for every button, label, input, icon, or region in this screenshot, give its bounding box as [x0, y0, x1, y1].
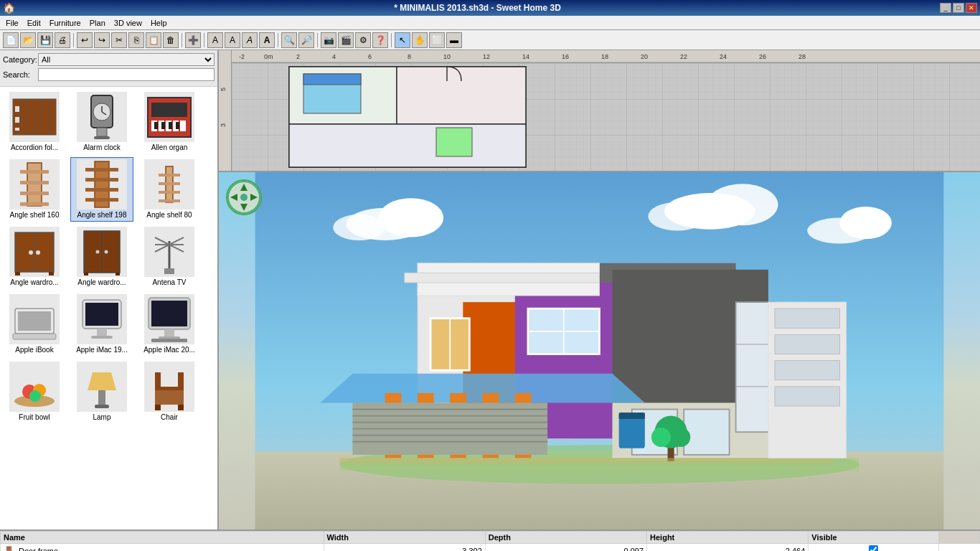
- copy-button[interactable]: ⎘: [128, 32, 144, 48]
- zoom-in-button[interactable]: 🔍: [281, 32, 297, 48]
- undo-button[interactable]: ↩: [77, 32, 93, 48]
- navigation-control[interactable]: [226, 179, 262, 215]
- furniture-item-organ[interactable]: Allen organ: [138, 90, 201, 154]
- furniture-item-chair[interactable]: Chair: [138, 359, 201, 424]
- ruler-vertical: 5 3: [219, 50, 232, 171]
- menu-furniture[interactable]: Furniture: [45, 17, 85, 29]
- main-layout: Category: All Search:: [0, 50, 980, 529]
- furniture-item-clock[interactable]: Alarm clock: [70, 90, 133, 154]
- floorplan-canvas[interactable]: [232, 63, 980, 171]
- svg-point-120: [379, 198, 444, 237]
- delete-button[interactable]: 🗑: [163, 32, 179, 48]
- wardrobe1-label: Angle wardro...: [10, 278, 58, 287]
- furniture-item-wardrobe1[interactable]: Angle wardro...: [3, 225, 66, 289]
- zoom-out-button[interactable]: 🔎: [298, 32, 314, 48]
- svg-rect-59: [18, 311, 51, 331]
- svg-rect-107: [289, 124, 526, 167]
- print-button[interactable]: 🖨: [55, 32, 70, 48]
- save-button[interactable]: 💾: [37, 32, 53, 48]
- titlebar: 🏠 * MINIMALIS 2013.sh3d - Sweet Home 3D …: [0, 0, 980, 16]
- add-furniture-button[interactable]: ➕: [185, 32, 201, 48]
- row-visible-0[interactable]: [809, 544, 938, 552]
- floorplan[interactable]: -2 0m 2 4 6 8 10 12 14 16 18 20 22 24 26…: [219, 50, 980, 172]
- visible-checkbox-0[interactable]: [869, 545, 878, 551]
- 3d-view[interactable]: [219, 172, 980, 529]
- furniture-item-fruit[interactable]: Fruit bowl: [3, 359, 66, 424]
- select-tool[interactable]: ↖: [395, 32, 410, 48]
- wall-tool[interactable]: ▬: [446, 32, 462, 48]
- minimize-button[interactable]: _: [940, 3, 951, 13]
- menu-edit[interactable]: Edit: [23, 17, 45, 29]
- redo-button[interactable]: ↪: [94, 32, 110, 48]
- svg-rect-46: [49, 272, 54, 276]
- svg-text:3: 3: [220, 123, 227, 127]
- organ-icon: [144, 92, 194, 142]
- accordion-icon: [9, 92, 60, 142]
- new-button[interactable]: 📄: [3, 32, 19, 48]
- text-A2[interactable]: A: [225, 32, 240, 48]
- furniture-item-shelf80[interactable]: Angle shelf 80: [138, 157, 201, 222]
- photo-button[interactable]: 📷: [321, 32, 336, 48]
- furniture-item-antenna[interactable]: Antena TV: [138, 225, 201, 289]
- table-row[interactable]: 🚪 Door frame 3.302 0.097 2.464: [1, 544, 980, 552]
- maximize-button[interactable]: □: [953, 3, 964, 13]
- menu-3dview[interactable]: 3D view: [110, 17, 146, 29]
- furniture-item-lamp[interactable]: Lamp: [70, 359, 133, 424]
- preferences-button[interactable]: ⚙: [355, 32, 371, 48]
- furniture-item-shelf160[interactable]: Angle shelf 160: [3, 157, 66, 222]
- svg-text:5: 5: [220, 88, 227, 91]
- svg-text:4: 4: [332, 53, 336, 60]
- pan-tool[interactable]: ✋: [412, 32, 428, 48]
- svg-rect-33: [85, 178, 118, 182]
- furniture-item-accordion[interactable]: Accordion fol...: [3, 90, 66, 154]
- menu-help[interactable]: Help: [146, 17, 171, 29]
- imac19-label: Apple iMac 19...: [76, 346, 128, 354]
- sep2: [182, 33, 182, 47]
- svg-point-126: [840, 207, 892, 239]
- shelf160-icon: [9, 159, 60, 209]
- imac20-label: Apple iMac 20...: [143, 346, 195, 354]
- menu-plan[interactable]: Plan: [85, 17, 110, 29]
- cut-button[interactable]: ✂: [111, 32, 127, 48]
- svg-rect-22: [154, 122, 158, 129]
- text-A1[interactable]: A: [207, 32, 223, 48]
- titlebar-controls[interactable]: _ □ ✕: [940, 3, 977, 13]
- svg-rect-76: [95, 405, 109, 408]
- svg-rect-35: [85, 198, 118, 202]
- furniture-item-shelf198[interactable]: Angle shelf 198: [70, 157, 133, 222]
- titlebar-title: * MINIMALIS 2013.sh3d - Sweet Home 3D: [15, 3, 940, 13]
- svg-rect-39: [159, 191, 180, 194]
- svg-rect-7: [15, 117, 19, 123]
- svg-rect-45: [15, 272, 20, 276]
- svg-rect-32: [85, 168, 118, 171]
- text-A4[interactable]: A: [259, 32, 275, 48]
- house-3d-view: [219, 172, 980, 529]
- search-input[interactable]: [38, 68, 215, 81]
- svg-text:28: 28: [798, 53, 806, 60]
- furniture-item-imac20[interactable]: Apple iMac 20...: [138, 292, 201, 357]
- shelf80-icon: [144, 159, 194, 209]
- furniture-item-ibook[interactable]: Apple iBook: [3, 292, 66, 357]
- furniture-item-wardrobe2[interactable]: Angle wardro...: [70, 225, 133, 289]
- svg-text:16: 16: [562, 53, 569, 60]
- room-tool[interactable]: ⬜: [429, 32, 445, 48]
- menu-file[interactable]: File: [1, 17, 23, 29]
- paste-button[interactable]: 📋: [146, 32, 161, 48]
- svg-rect-21: [180, 121, 186, 131]
- open-button[interactable]: 📂: [20, 32, 36, 48]
- text-A3[interactable]: A: [242, 32, 258, 48]
- svg-point-167: [671, 428, 690, 447]
- video-button[interactable]: 🎬: [338, 32, 354, 48]
- furniture-item-imac19[interactable]: Apple iMac 19...: [70, 292, 133, 357]
- help-btn[interactable]: ❓: [372, 32, 388, 48]
- chair-label: Chair: [161, 413, 178, 422]
- table-body: 🚪 Door frame 3.302 0.097 2.464 🪟 Double …: [1, 544, 980, 552]
- close-button[interactable]: ✕: [966, 3, 977, 13]
- lamp-label: Lamp: [93, 413, 110, 422]
- category-select[interactable]: All: [38, 53, 215, 66]
- titlebar-left: 🏠: [3, 2, 15, 14]
- svg-marker-75: [88, 372, 116, 390]
- fruit-icon: [9, 362, 60, 412]
- svg-rect-109: [303, 74, 361, 85]
- clock-label: Alarm clock: [83, 143, 121, 152]
